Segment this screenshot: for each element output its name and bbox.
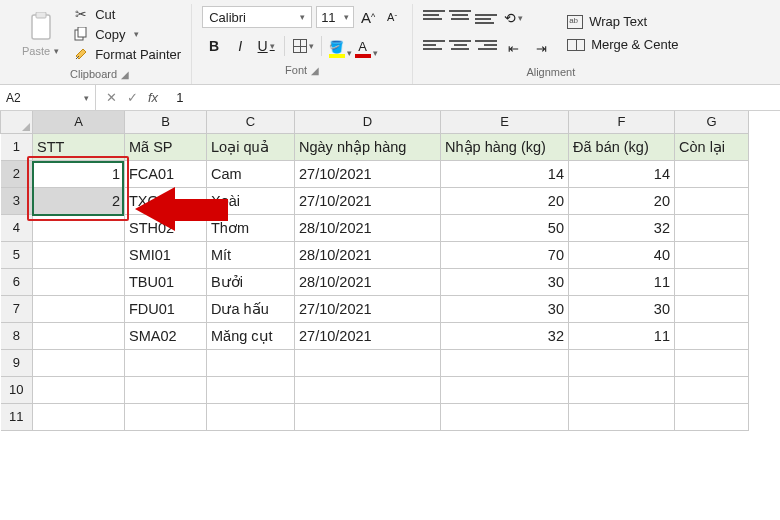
cell[interactable]: 40 — [569, 241, 675, 268]
cell[interactable] — [125, 376, 207, 403]
cell[interactable]: 28/10/2021 — [295, 214, 441, 241]
cell[interactable] — [207, 349, 295, 376]
cell[interactable]: 30 — [441, 268, 569, 295]
decrease-indent-button[interactable]: ⇤ — [501, 36, 525, 60]
cut-button[interactable]: ✂ Cut — [73, 6, 181, 22]
underline-button[interactable]: U▾ — [254, 34, 278, 58]
cell[interactable]: 28/10/2021 — [295, 268, 441, 295]
cell[interactable] — [295, 349, 441, 376]
cell[interactable]: Măng cụt — [207, 322, 295, 349]
format-painter-button[interactable]: Format Painter — [73, 46, 181, 62]
name-box[interactable]: A2▾ — [0, 85, 96, 110]
cell[interactable] — [33, 214, 125, 241]
accept-formula-icon[interactable]: ✓ — [127, 90, 138, 105]
cell[interactable]: 2 — [33, 187, 125, 214]
cell[interactable]: FDU01 — [125, 295, 207, 322]
row-header-7[interactable]: 7 — [1, 295, 33, 322]
cell[interactable] — [207, 403, 295, 430]
cell[interactable] — [441, 349, 569, 376]
cell[interactable] — [675, 214, 749, 241]
cell[interactable] — [207, 376, 295, 403]
cell[interactable] — [441, 403, 569, 430]
cell[interactable]: 32 — [569, 214, 675, 241]
cell[interactable] — [675, 349, 749, 376]
cell[interactable] — [33, 376, 125, 403]
cancel-formula-icon[interactable]: ✕ — [106, 90, 117, 105]
cell[interactable]: 27/10/2021 — [295, 322, 441, 349]
cell[interactable] — [125, 349, 207, 376]
fill-color-button[interactable]: 🪣▾ — [328, 34, 352, 58]
row-header-9[interactable]: 9 — [1, 349, 33, 376]
cell[interactable] — [675, 241, 749, 268]
col-header-D[interactable]: D — [295, 111, 441, 133]
cell[interactable] — [675, 187, 749, 214]
cell[interactable]: Thơm — [207, 214, 295, 241]
align-top-button[interactable] — [423, 6, 445, 24]
row-header-6[interactable]: 6 — [1, 268, 33, 295]
cell[interactable]: Cam — [207, 160, 295, 187]
dialog-launcher-icon[interactable]: ◢ — [311, 65, 319, 76]
cell[interactable]: 20 — [569, 187, 675, 214]
cell[interactable]: TBU01 — [125, 268, 207, 295]
cell[interactable]: Xoài — [207, 187, 295, 214]
cell[interactable]: Còn lại — [675, 133, 749, 160]
col-header-B[interactable]: B — [125, 111, 207, 133]
col-header-C[interactable]: C — [207, 111, 295, 133]
align-right-button[interactable] — [475, 36, 497, 54]
cell[interactable]: Mít — [207, 241, 295, 268]
cell[interactable]: 27/10/2021 — [295, 187, 441, 214]
cell[interactable]: 70 — [441, 241, 569, 268]
row-header-5[interactable]: 5 — [1, 241, 33, 268]
cell[interactable] — [569, 349, 675, 376]
cell[interactable]: STH02 — [125, 214, 207, 241]
row-header-3[interactable]: 3 — [1, 187, 33, 214]
bold-button[interactable]: B — [202, 34, 226, 58]
increase-font-button[interactable]: A^ — [358, 6, 378, 28]
cell[interactable]: Dưa hấu — [207, 295, 295, 322]
cell[interactable] — [675, 322, 749, 349]
column-headers[interactable]: A B C D E F G — [1, 111, 749, 133]
cell[interactable] — [33, 322, 125, 349]
cell[interactable]: 30 — [569, 295, 675, 322]
cell[interactable] — [675, 295, 749, 322]
cell[interactable] — [295, 403, 441, 430]
cell[interactable]: 30 — [441, 295, 569, 322]
cell[interactable] — [675, 403, 749, 430]
row-header-11[interactable]: 11 — [1, 403, 33, 430]
cell[interactable]: Loại quả — [207, 133, 295, 160]
col-header-F[interactable]: F — [569, 111, 675, 133]
dialog-launcher-icon[interactable]: ◢ — [121, 69, 129, 80]
align-bottom-button[interactable] — [475, 6, 497, 24]
cell[interactable]: Bưởi — [207, 268, 295, 295]
cell[interactable]: 14 — [441, 160, 569, 187]
merge-center-button[interactable]: Merge & Cente — [567, 37, 678, 52]
row-header-1[interactable]: 1 — [1, 133, 33, 160]
cell[interactable]: 11 — [569, 322, 675, 349]
cell[interactable] — [569, 376, 675, 403]
decrease-font-button[interactable]: Aˇ — [382, 6, 402, 28]
cell[interactable] — [675, 160, 749, 187]
cell[interactable] — [33, 268, 125, 295]
cell[interactable] — [33, 241, 125, 268]
cell[interactable]: 14 — [569, 160, 675, 187]
cell[interactable] — [675, 376, 749, 403]
cell[interactable] — [33, 349, 125, 376]
cell[interactable]: 32 — [441, 322, 569, 349]
row-header-4[interactable]: 4 — [1, 214, 33, 241]
cell[interactable] — [441, 376, 569, 403]
font-size-select[interactable]: 11▾ — [316, 6, 354, 28]
cell[interactable]: TXO — [125, 187, 207, 214]
align-center-button[interactable] — [449, 36, 471, 54]
cell[interactable]: Đã bán (kg) — [569, 133, 675, 160]
cell[interactable]: STT — [33, 133, 125, 160]
fx-icon[interactable]: fx — [148, 90, 158, 105]
row-header-2[interactable]: 2 — [1, 160, 33, 187]
cell[interactable] — [295, 376, 441, 403]
font-color-button[interactable]: A▾ — [354, 34, 378, 58]
cell[interactable] — [33, 403, 125, 430]
col-header-E[interactable]: E — [441, 111, 569, 133]
cell[interactable]: Nhập hàng (kg) — [441, 133, 569, 160]
cell[interactable]: 11 — [569, 268, 675, 295]
cell[interactable] — [569, 403, 675, 430]
cell[interactable]: SMI01 — [125, 241, 207, 268]
